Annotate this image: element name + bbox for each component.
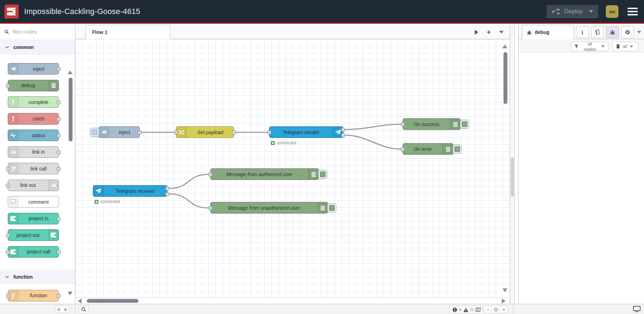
add-flow-button[interactable]: + [487,29,491,36]
node-input-port[interactable] [6,233,10,237]
debug-toggle-button[interactable] [318,170,327,179]
node-input-port[interactable] [401,123,405,126]
node-output-port[interactable] [57,167,61,171]
node-output-port[interactable] [165,192,169,196]
inject-button[interactable] [90,128,99,137]
flow-node-msg-auth[interactable]: Message from autherized user [210,168,319,180]
search-flows-button[interactable] [79,306,89,313]
flow-list-button[interactable] [499,31,503,34]
palette-node-complete[interactable]: complete [8,96,59,108]
flow-node-set-payload[interactable]: Set payload [176,126,234,138]
debug-toggle-button[interactable] [453,145,462,154]
canvas-vscrollbar-thumb[interactable] [503,52,507,104]
sidebar-info-button[interactable]: i [576,26,589,38]
palette-node-link-in[interactable]: link in [8,146,59,158]
tab-scroll-right-icon[interactable] [475,30,478,35]
node-input-port[interactable] [174,131,178,134]
node-output-port[interactable] [341,128,345,132]
sidebar-help-button[interactable] [591,26,604,38]
palette-collapse-all-button[interactable] [55,306,62,313]
palette-node-debug[interactable]: debug [8,80,59,91]
palette-node-comment[interactable]: comment [8,196,59,208]
event-log-button[interactable] [633,306,640,314]
node-output-port[interactable] [57,67,61,71]
deploy-options-caret-icon[interactable] [589,10,593,13]
flow-tab[interactable]: Flow 1 [85,25,170,39]
node-output-port[interactable] [138,131,142,134]
zoom-out-button[interactable]: − [484,306,492,313]
notification-counts[interactable]: 0 0 [450,306,475,313]
header: Impossible-Cackling-Goose-4615 Deploy su [0,0,644,24]
sidebar-debug-button[interactable] [606,26,619,38]
palette-node-inject[interactable]: inject [8,63,59,75]
node-output-port[interactable] [57,250,61,254]
palette-search[interactable] [0,25,75,39]
palette-filter-input[interactable] [12,29,64,35]
node-input-port[interactable] [6,84,10,88]
palette-node-project-out[interactable]: project out [8,229,59,241]
canvas-scroll-down-arrow[interactable] [502,288,507,292]
node-output-port[interactable] [57,134,61,138]
node-input-port[interactable] [267,131,271,134]
flow-node-on-success[interactable]: On success [403,118,461,130]
palette-scroll-up-arrow[interactable] [68,70,73,74]
zoom-reset-button[interactable] [492,306,500,313]
node-output-port[interactable] [57,100,61,104]
palette-node-catch[interactable]: catch [8,113,59,125]
node-output-port[interactable] [57,217,61,221]
node-input-port[interactable] [6,167,10,171]
sidebar-config-button[interactable] [621,26,634,38]
debug-clear-button[interactable]: all [612,42,638,51]
palette-category-common[interactable]: common [0,40,75,54]
flow-node-telegram-receiver[interactable]: Telegram receiverconnected [93,185,167,197]
canvas-scroll-up-arrow[interactable] [502,44,507,48]
wire-telegram-sender-to-on-error[interactable] [345,135,401,149]
palette-node-project-call[interactable]: project call [8,246,59,258]
sidebar-splitter[interactable] [510,25,515,304]
flow-node-on-error[interactable]: On error [403,143,453,155]
node-output-port[interactable] [57,151,61,154]
wire-telegram-sender-to-on-success[interactable] [345,124,401,130]
node-input-port[interactable] [208,173,212,176]
node-output-port[interactable] [232,131,236,134]
sidebar-more-tabs-caret[interactable] [637,31,641,34]
main-menu-button[interactable] [626,6,639,17]
palette-node-function[interactable]: ffunction [8,290,59,301]
zoom-in-button[interactable]: + [500,306,508,313]
canvas-scroll-right-arrow[interactable] [502,299,506,303]
navigator-button[interactable] [473,306,482,313]
flow-node-msg-unauth[interactable]: Message from unauthorized user [210,202,328,214]
canvas-hscrollbar-thumb[interactable] [87,299,138,303]
palette-node-status[interactable]: status [8,130,59,141]
debug-filter-button[interactable]: all nodes [571,42,608,51]
canvas-scroll-left-arrow[interactable] [78,299,82,303]
palette-scrollbar-thumb[interactable] [69,78,73,141]
palette-category-function[interactable]: function [0,270,75,284]
node-output-port[interactable] [57,117,61,121]
palette-scroll-down-arrow[interactable] [68,292,73,295]
splitter-scrollbar-thumb[interactable] [511,158,514,197]
palette-node-link-out[interactable]: link out [8,180,59,191]
wire-telegram-receiver-to-msg-unauth[interactable] [169,194,208,208]
flow-node-inject[interactable]: inject [98,126,140,138]
wire-telegram-receiver-to-msg-auth[interactable] [169,174,208,188]
deploy-button[interactable]: Deploy [547,5,598,18]
node-output-port[interactable] [341,133,345,137]
flow-node-telegram-sender[interactable]: Telegram senderconnected [269,126,343,138]
node-output-port[interactable] [57,294,61,298]
tab-debug[interactable]: debug [522,25,574,39]
debug-toggle-button[interactable] [460,120,469,129]
node-input-port[interactable] [208,206,212,210]
node-input-port[interactable] [401,147,405,151]
debug-toggle-button[interactable] [327,203,336,212]
flow-canvas[interactable]: injectSet payloadTelegram senderconnecte… [75,39,510,298]
user-avatar[interactable]: su [606,5,618,18]
node-input-port[interactable] [6,184,10,188]
search-icon [81,307,86,312]
palette-expand-all-button[interactable] [62,306,69,313]
node-input-port[interactable] [6,250,10,254]
palette-node-link-call[interactable]: link call [8,163,59,174]
node-input-port[interactable] [6,294,10,298]
node-output-port[interactable] [165,187,169,190]
palette-node-project-in[interactable]: project in [8,213,59,224]
